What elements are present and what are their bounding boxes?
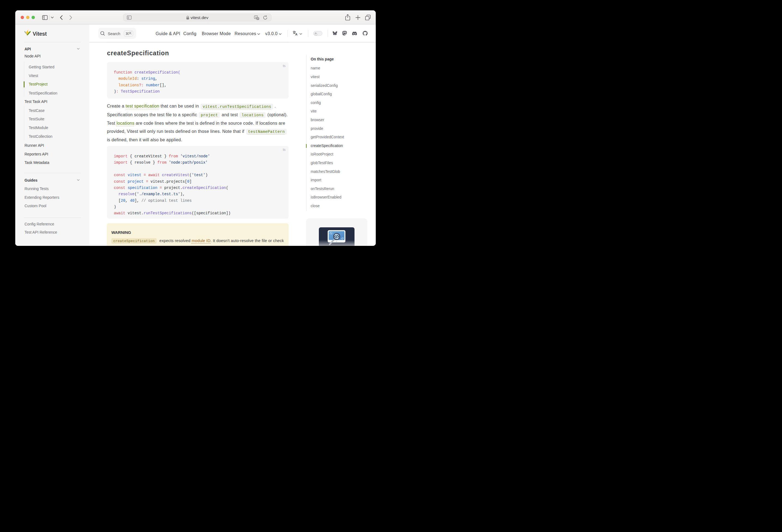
svg-text:A: A [255, 16, 257, 19]
svg-text:A: A [295, 33, 297, 36]
